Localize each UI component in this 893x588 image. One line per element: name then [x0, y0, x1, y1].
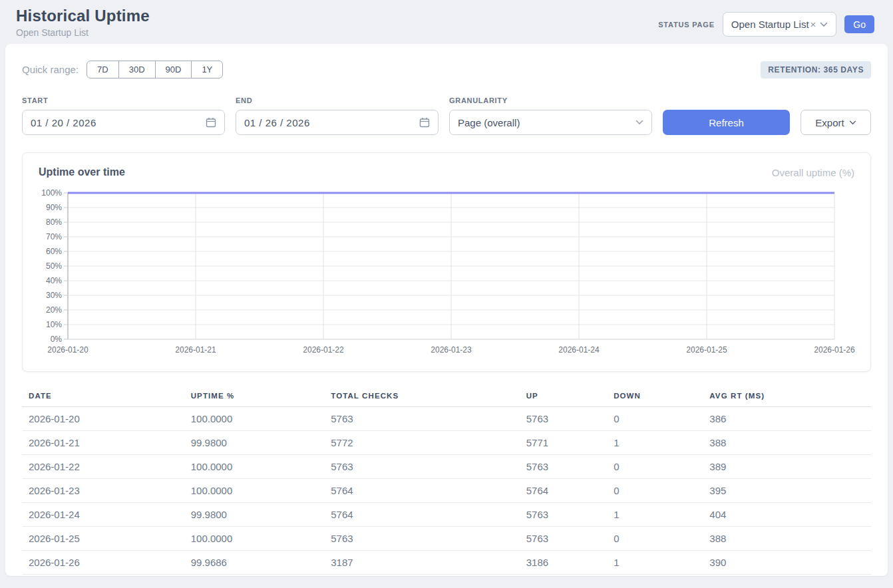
- column-header-up: UP: [520, 388, 607, 407]
- table-cell: 388: [703, 431, 871, 455]
- column-header-date: DATE: [22, 388, 184, 407]
- table-cell: 389: [703, 455, 871, 479]
- quick-range-row: Quick range: 7D30D90D1Y RETENTION: 365 D…: [22, 61, 871, 78]
- table-cell: 386: [703, 407, 871, 431]
- page-subtitle: Open Startup List: [16, 27, 150, 38]
- clear-selection-icon[interactable]: ×: [810, 19, 816, 30]
- chevron-down-icon: [849, 120, 856, 125]
- table-cell: 5763: [520, 503, 607, 527]
- table-cell: 5764: [520, 479, 607, 503]
- table-cell: 5764: [324, 479, 519, 503]
- column-header-down: DOWN: [607, 388, 703, 407]
- table-cell: 3187: [324, 551, 519, 575]
- column-header-avg-rt-ms-: AVG RT (MS): [703, 388, 871, 407]
- svg-text:100%: 100%: [41, 188, 62, 198]
- table-cell: 2026-01-26: [22, 551, 184, 575]
- table-cell: 99.9800: [184, 503, 325, 527]
- svg-text:90%: 90%: [46, 203, 62, 212]
- table-cell: 100.0000: [184, 527, 325, 551]
- calendar-icon[interactable]: [206, 117, 216, 128]
- svg-text:2026-01-23: 2026-01-23: [431, 345, 472, 355]
- svg-text:2026-01-21: 2026-01-21: [175, 345, 216, 355]
- start-field: START 01 / 20 / 2026: [22, 96, 225, 135]
- table-cell: 2026-01-24: [22, 503, 184, 527]
- end-date-input[interactable]: 01 / 26 / 2026: [236, 110, 439, 135]
- table-cell: 2026-01-23: [22, 479, 184, 503]
- page-title: Historical Uptime: [16, 7, 150, 25]
- chart-svg: 100%90%80%70%60%50%40%30%20%10%0%2026-01…: [35, 186, 857, 362]
- end-date-value: 01 / 26 / 2026: [244, 117, 310, 128]
- table-cell: 100.0000: [184, 407, 325, 431]
- table-cell: 99.9686: [184, 551, 325, 575]
- table-cell: 0: [607, 455, 703, 479]
- table-row: 2026-01-2499.9800576457631404: [22, 503, 871, 527]
- calendar-icon[interactable]: [419, 117, 430, 128]
- go-button[interactable]: Go: [844, 15, 874, 33]
- svg-text:2026-01-24: 2026-01-24: [558, 345, 600, 355]
- svg-text:50%: 50%: [46, 261, 62, 271]
- granularity-select[interactable]: Page (overall): [449, 110, 652, 135]
- table-cell: 5764: [324, 503, 519, 527]
- status-page-value: Open Startup List: [731, 19, 809, 30]
- table-cell: 2026-01-25: [22, 527, 184, 551]
- table-row: 2026-01-22100.0000576357630389: [22, 455, 871, 479]
- table-row: 2026-01-25100.0000576357630388: [22, 527, 871, 551]
- table-cell: 100.0000: [184, 455, 325, 479]
- table-cell: 5763: [324, 455, 519, 479]
- table-row: 2026-01-2199.9800577257711388: [22, 431, 871, 455]
- end-label: END: [236, 96, 439, 104]
- svg-text:2026-01-22: 2026-01-22: [303, 345, 344, 355]
- table-cell: 5763: [324, 527, 519, 551]
- table-cell: 1: [607, 503, 703, 527]
- table-cell: 388: [703, 527, 871, 551]
- table-cell: 390: [703, 551, 871, 575]
- refresh-button[interactable]: Refresh: [663, 110, 790, 135]
- table-cell: 0: [607, 407, 703, 431]
- chart-legend: Overall uptime (%): [772, 167, 854, 178]
- table-cell: 5771: [520, 431, 607, 455]
- svg-text:2026-01-20: 2026-01-20: [47, 345, 89, 355]
- status-page-select[interactable]: Open Startup List ×: [723, 12, 837, 37]
- filter-fields-row: START 01 / 20 / 2026 END 01 / 26 / 2026 …: [22, 96, 871, 135]
- svg-text:80%: 80%: [46, 218, 62, 227]
- table-cell: 5763: [324, 407, 519, 431]
- chart-header: Uptime over time Overall uptime (%): [35, 166, 858, 178]
- start-date-input[interactable]: 01 / 20 / 2026: [22, 110, 225, 135]
- svg-text:0%: 0%: [51, 335, 63, 344]
- table-cell: 0: [607, 527, 703, 551]
- quick-range-wrap: Quick range: 7D30D90D1Y: [22, 61, 223, 78]
- quick-range-7d[interactable]: 7D: [87, 61, 119, 78]
- svg-text:2026-01-25: 2026-01-25: [686, 345, 727, 355]
- chevron-down-icon: [820, 22, 828, 27]
- svg-text:30%: 30%: [46, 291, 62, 300]
- quick-range-1y[interactable]: 1Y: [191, 61, 223, 78]
- table-row: 2026-01-20100.0000576357630386: [22, 407, 871, 431]
- export-button[interactable]: Export: [801, 110, 871, 135]
- uptime-table: DATEUPTIME %TOTAL CHECKSUPDOWNAVG RT (MS…: [22, 388, 871, 575]
- granularity-value: Page (overall): [458, 117, 520, 128]
- table-cell: 404: [703, 503, 871, 527]
- table-cell: 2026-01-21: [22, 431, 184, 455]
- chevron-down-icon: [635, 120, 643, 125]
- quick-range-group: 7D30D90D1Y: [87, 61, 223, 78]
- uptime-line-chart: 100%90%80%70%60%50%40%30%20%10%0%2026-01…: [35, 186, 858, 365]
- retention-badge: RETENTION: 365 DAYS: [761, 61, 871, 78]
- chart-title: Uptime over time: [39, 166, 125, 178]
- svg-text:10%: 10%: [46, 320, 62, 329]
- quick-range-label: Quick range:: [22, 64, 79, 75]
- column-header-total-checks: TOTAL CHECKS: [324, 388, 519, 407]
- table-cell: 2026-01-20: [22, 407, 184, 431]
- table-row: 2026-01-23100.0000576457640395: [22, 479, 871, 503]
- table-cell: 5763: [520, 407, 607, 431]
- page-header: Historical Uptime Open Startup List STAT…: [0, 0, 893, 38]
- svg-text:70%: 70%: [46, 232, 62, 241]
- table-cell: 395: [703, 479, 871, 503]
- table-cell: 5763: [520, 527, 607, 551]
- granularity-field: GRANULARITY Page (overall): [449, 96, 652, 135]
- table-cell: 5772: [324, 431, 519, 455]
- status-page-label: STATUS PAGE: [658, 21, 715, 29]
- quick-range-30d[interactable]: 30D: [118, 61, 156, 78]
- quick-range-90d[interactable]: 90D: [155, 61, 192, 78]
- table-cell: 1: [607, 551, 703, 575]
- table-cell: 1: [607, 431, 703, 455]
